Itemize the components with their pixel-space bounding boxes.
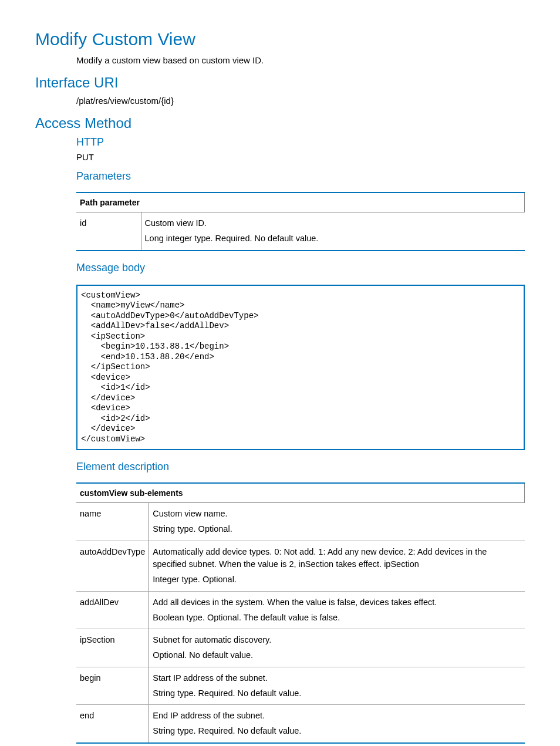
parameters-header: Path parameter xyxy=(76,193,525,212)
element-name: addAllDev xyxy=(76,591,149,629)
element-desc: Start IP address of the subnet.String ty… xyxy=(149,667,525,705)
element-desc: Add all devices in the system. When the … xyxy=(149,591,525,629)
parameters-heading: Parameters xyxy=(76,170,525,183)
page-title: Modify Custom View xyxy=(35,29,525,49)
interface-uri-value: /plat/res/view/custom/{id} xyxy=(76,96,525,106)
message-body-heading: Message body xyxy=(76,262,525,274)
element-name: name xyxy=(76,503,149,541)
access-method-heading: Access Method xyxy=(35,115,525,131)
element-description-heading: Element description xyxy=(76,461,525,473)
message-body-code: <customView> <name>myView</name> <autoAd… xyxy=(76,285,525,451)
element-description-table: customView sub-elements nameCustom view … xyxy=(76,482,525,744)
http-method: PUT xyxy=(76,152,525,162)
element-name: ipSection xyxy=(76,629,149,667)
element-desc: End IP address of the subnet.String type… xyxy=(149,705,525,743)
element-name: autoAddDevType xyxy=(76,541,149,591)
interface-uri-heading: Interface URI xyxy=(35,75,525,91)
intro-text: Modify a custom view based on custom vie… xyxy=(76,55,525,65)
http-heading: HTTP xyxy=(76,136,525,148)
element-name: begin xyxy=(76,667,149,705)
param-name: id xyxy=(76,212,141,251)
element-desc: Custom view name.String type. Optional. xyxy=(149,503,525,541)
element-desc: Automatically add device types. 0: Not a… xyxy=(149,541,525,591)
parameters-table: Path parameter idCustom view ID.Long int… xyxy=(76,192,525,251)
param-desc: Custom view ID.Long integer type. Requir… xyxy=(141,212,525,251)
element-desc-header: customView sub-elements xyxy=(76,483,525,503)
element-name: end xyxy=(76,705,149,743)
element-desc: Subnet for automatic discovery.Optional.… xyxy=(149,629,525,667)
